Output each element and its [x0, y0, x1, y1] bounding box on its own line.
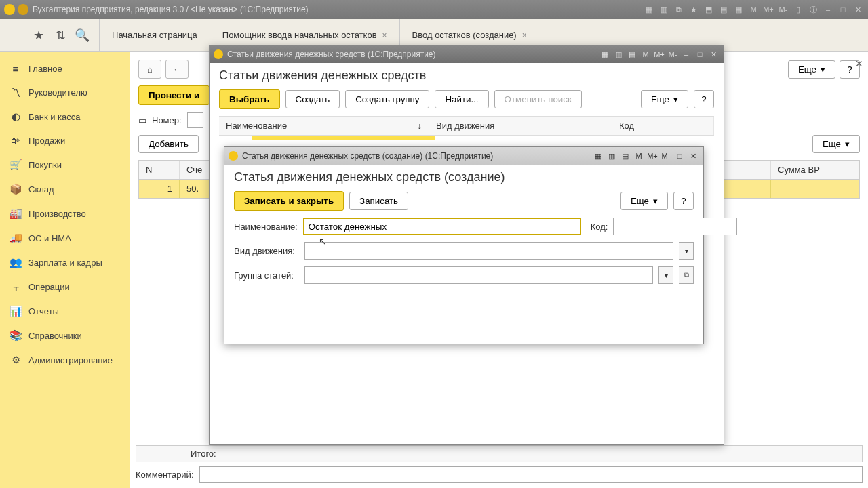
sys-icon[interactable]: ▤	[619, 150, 631, 161]
col-type[interactable]: Вид движения	[429, 117, 612, 135]
more-button-2[interactable]: Еще▾	[812, 135, 860, 153]
sidebar-item-sales[interactable]: 🛍Продажи	[0, 129, 130, 152]
sys-icon[interactable]: ⬒	[703, 3, 715, 16]
sys-icon[interactable]: ▥	[658, 3, 670, 16]
save-button[interactable]: Записать	[349, 192, 408, 210]
main-titlebar: Бухгалтерия предприятия, редакция 3.0 / …	[0, 0, 868, 19]
sys-icon[interactable]: ▦	[732, 3, 745, 16]
tab-label: Ввод остатков (создание)	[412, 30, 517, 40]
mminus-icon[interactable]: M-	[667, 49, 679, 60]
comment-row: Комментарий:	[136, 466, 863, 483]
total-label: Итого:	[191, 449, 216, 459]
sidebar-item-admin[interactable]: ⚙Администрирование	[0, 348, 130, 372]
comment-input[interactable]	[199, 466, 863, 483]
mminus-icon[interactable]: M-	[777, 3, 789, 16]
sidebar-item-label: Производство	[28, 209, 86, 219]
link-icon[interactable]: ⇅	[53, 28, 68, 43]
m-icon[interactable]: M	[639, 49, 652, 60]
sys-icon[interactable]: ▦	[599, 49, 611, 60]
sys-icon[interactable]: ▥	[612, 49, 625, 60]
select-button[interactable]: Выбрать	[219, 89, 280, 109]
sys-icon[interactable]: ▤	[717, 3, 730, 16]
close-icon[interactable]: ✕	[707, 49, 719, 60]
close-icon[interactable]: ✕	[687, 150, 699, 161]
minimize-icon[interactable]: –	[822, 3, 834, 16]
maximize-icon[interactable]: □	[694, 49, 706, 60]
code-input[interactable]	[613, 218, 737, 235]
name-input[interactable]	[303, 218, 581, 235]
help-icon[interactable]: ⓘ	[807, 3, 819, 16]
more-button[interactable]: Еще▾	[788, 60, 835, 79]
maximize-icon[interactable]: □	[673, 150, 686, 161]
save-close-button[interactable]: Записать и закрыть	[234, 191, 344, 211]
close-icon[interactable]: ✕	[852, 3, 864, 16]
type-input[interactable]	[304, 242, 673, 260]
mplus-icon[interactable]: M+	[653, 49, 665, 60]
col-vr[interactable]: Сумма ВР	[771, 161, 859, 179]
sys-icon[interactable]: ▤	[626, 49, 638, 60]
m-icon[interactable]: M	[633, 150, 645, 161]
create-button[interactable]: Создать	[285, 90, 340, 108]
sys-icon[interactable]: ▥	[606, 150, 618, 161]
back-button[interactable]: ←	[165, 60, 189, 79]
content-close-icon[interactable]: ×	[855, 57, 863, 71]
group-open-button[interactable]: ⧉	[679, 266, 694, 284]
sidebar: ≡Главное 〽Руководителю ◐Банк и касса 🛍Пр…	[0, 52, 130, 488]
app-icon	[229, 151, 238, 161]
search-icon[interactable]: 🔍	[75, 28, 90, 43]
modal2-titlebar[interactable]: Статья движения денежных средств (создан…	[224, 147, 703, 165]
sidebar-item-label: Руководителю	[28, 87, 87, 98]
sidebar-item-manager[interactable]: 〽Руководителю	[0, 81, 130, 104]
sidebar-item-bank[interactable]: ◐Банк и касса	[0, 104, 130, 129]
sidebar-item-hr[interactable]: 👥Зарплата и кадры	[0, 250, 130, 274]
col-name[interactable]: Наименование↓	[219, 117, 429, 135]
save-close-label: Записать и закрыть	[244, 196, 334, 206]
find-button[interactable]: Найти...	[435, 90, 488, 108]
minimize-icon[interactable]: –	[680, 49, 692, 60]
sidebar-item-reports[interactable]: 📊Отчеты	[0, 299, 130, 323]
add-button[interactable]: Добавить	[138, 135, 199, 153]
col-acc[interactable]: Сче	[180, 161, 212, 179]
modal1-titlebar[interactable]: Статьи движения денежных средств (1С:Пре…	[210, 45, 724, 63]
tab-home[interactable]: Начальная страница	[99, 19, 210, 51]
sidebar-item-production[interactable]: 🏭Производство	[0, 201, 130, 226]
apps-grid-icon[interactable]	[9, 28, 24, 43]
home-button[interactable]: ⌂	[138, 60, 161, 79]
sidebar-item-directories[interactable]: 📚Справочники	[0, 323, 130, 348]
cell-acc: 50.	[180, 180, 212, 198]
sidebar-item-assets[interactable]: 🚚ОС и НМА	[0, 226, 130, 250]
sys-icon[interactable]: ⧉	[673, 3, 685, 16]
mplus-icon[interactable]: M+	[646, 150, 658, 161]
star-icon[interactable]: ★	[31, 28, 46, 43]
sidebar-item-purchases[interactable]: 🛒Покупки	[0, 152, 130, 177]
sidebar-item-warehouse[interactable]: 📦Склад	[0, 177, 130, 201]
mplus-icon[interactable]: M+	[762, 3, 774, 16]
sidebar-item-operations[interactable]: ᚁОперации	[0, 274, 130, 299]
m-icon[interactable]: M	[747, 3, 760, 16]
sys-icon[interactable]: ★	[688, 3, 700, 16]
sys-icon[interactable]: ▯	[792, 3, 804, 16]
modal2-more-button[interactable]: Еще▾	[620, 192, 668, 210]
sidebar-item-label: Покупки	[28, 160, 62, 170]
col-code[interactable]: Код	[612, 117, 714, 135]
type-dropdown-button[interactable]: ▾	[679, 242, 694, 260]
sidebar-item-main[interactable]: ≡Главное	[0, 57, 130, 81]
group-input[interactable]	[304, 266, 653, 284]
modal2-help-button[interactable]: ?	[673, 192, 694, 210]
modal1-more-button[interactable]: Еще▾	[641, 90, 688, 108]
tab-close-icon[interactable]: ×	[382, 30, 387, 40]
cancel-search-button[interactable]: Отменить поиск	[494, 90, 582, 108]
group-dropdown-button[interactable]: ▾	[658, 266, 673, 284]
app-title: Бухгалтерия предприятия, редакция 3.0 / …	[33, 5, 643, 14]
sys-icon[interactable]: ▦	[592, 150, 604, 161]
col-n[interactable]: N	[139, 161, 180, 179]
maximize-icon[interactable]: □	[837, 3, 849, 16]
sidebar-item-label: Зарплата и кадры	[28, 258, 102, 268]
process-button[interactable]: Провести и	[138, 85, 210, 105]
modal1-help-button[interactable]: ?	[694, 90, 714, 108]
number-input[interactable]	[187, 112, 203, 128]
mminus-icon[interactable]: M-	[660, 150, 672, 161]
tab-close-icon[interactable]: ×	[522, 30, 527, 40]
sys-icon[interactable]: ▦	[643, 3, 655, 16]
create-group-button[interactable]: Создать группу	[345, 90, 429, 108]
